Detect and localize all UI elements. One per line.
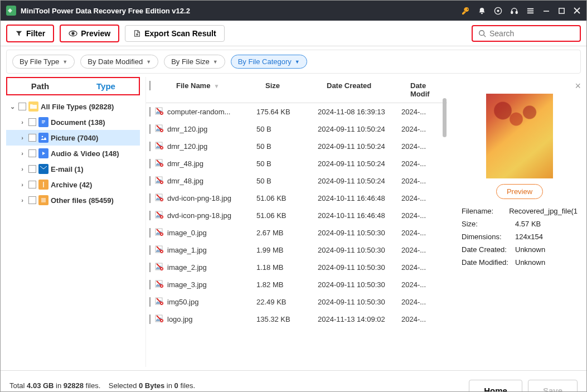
col-header-created[interactable]: Date Created [327,81,410,98]
row-checkbox[interactable] [149,159,151,168]
chip-date-modified[interactable]: By Date Modified▼ [80,55,158,69]
table-row[interactable]: dmr_48.jpg50 B2024-09-11 10:50:242024-..… [146,155,447,172]
row-checkbox[interactable] [149,245,151,255]
checkbox[interactable] [28,149,36,157]
chip-file-size[interactable]: By File Size▼ [164,55,225,69]
archive-icon [38,180,48,190]
tab-type[interactable]: Type [73,78,139,94]
table-row[interactable]: img50.jpg22.49 KB2024-09-11 10:50:302024… [146,293,447,311]
checkbox[interactable] [28,181,36,188]
table-row[interactable]: dmr_48.jpg50 B2024-09-11 10:50:242024-..… [146,172,447,190]
cell-size: 22.49 KB [256,298,318,306]
export-button[interactable]: Export Scan Result [125,25,224,42]
table-row[interactable]: dmr_120.jpg50 B2024-09-11 10:50:242024-.… [146,138,447,155]
tree-document[interactable]: › Document (138) [6,114,140,130]
col-header-name[interactable]: File Name▼ [176,81,265,98]
tree-audio-video[interactable]: › Audio & Video (148) [6,146,140,161]
close-preview-icon[interactable]: × [575,80,581,92]
expand-icon[interactable]: › [18,119,26,125]
table-row[interactable]: dvd-icon-png-18.jpg51.06 KB2024-10-11 16… [146,190,447,207]
scrollbar-thumb[interactable] [443,98,447,137]
table-row[interactable]: dvd-icon-png-18.jpg51.06 KB2024-10-11 16… [146,207,447,224]
cell-modified: 2024-... [401,194,435,202]
cell-name: dmr_48.jpg [167,177,256,185]
expand-icon[interactable]: › [18,181,26,188]
table-row[interactable]: image_2.jpg1.18 MB2024-09-11 10:50:30202… [146,259,447,276]
table-row[interactable]: image_3.jpg1.82 MB2024-09-11 10:50:30202… [146,276,447,293]
chip-file-category[interactable]: By File Category▼ [231,55,307,69]
search-box[interactable] [472,25,581,42]
tree-archive[interactable]: › Archive (42) [6,177,140,192]
row-checkbox[interactable] [149,263,151,272]
expand-icon[interactable]: › [18,197,26,204]
cell-size: 1.99 MB [256,246,318,254]
disc-icon[interactable] [494,7,502,15]
row-checkbox[interactable] [149,228,151,238]
row-checkbox[interactable] [149,124,151,134]
col-header-size[interactable]: Size [265,81,327,98]
home-button[interactable]: Home [469,380,522,392]
titlebar: MiniTool Power Data Recovery Free Editio… [1,1,586,21]
row-checkbox[interactable] [149,211,151,220]
table-header: File Name▼ Size Date Created Date Modif [146,77,447,103]
row-checkbox[interactable] [149,280,151,289]
row-checkbox[interactable] [149,107,151,117]
cell-created: 2024-10-11 16:46:48 [318,211,401,220]
tab-path[interactable]: Path [7,78,73,94]
meta-modified-value: Unknown [515,258,545,267]
cell-name: dmr_120.jpg [167,142,256,151]
broken-image-icon [155,158,164,167]
expand-icon[interactable]: › [18,166,26,172]
checkbox[interactable] [28,196,36,204]
row-checkbox[interactable] [149,314,151,324]
expand-icon[interactable]: › [18,150,26,157]
minimize-icon[interactable] [542,7,550,14]
checkbox[interactable] [28,118,36,126]
table-row[interactable]: image_1.jpg1.99 MB2024-09-11 10:50:30202… [146,241,447,259]
meta-filename-value: Recovered_jpg_file(1 [509,207,578,215]
chip-file-type[interactable]: By File Type▼ [12,55,75,69]
row-checkbox[interactable] [149,297,151,307]
cell-name: image_1.jpg [167,246,256,254]
cell-size: 50 B [256,177,318,185]
search-input[interactable] [489,29,574,38]
checkbox[interactable] [28,134,36,142]
cell-name: dvd-icon-png-18.jpg [167,194,256,202]
checkbox[interactable] [28,165,36,173]
file-type-tree[interactable]: ⌄ All File Types (92828) › Document (138… [6,95,140,367]
table-row[interactable]: logo.jpg135.32 KB2024-11-13 14:09:022024… [146,311,447,328]
headset-icon[interactable] [510,7,518,15]
close-icon[interactable] [573,7,581,14]
key-icon[interactable] [461,6,470,15]
row-checkbox[interactable] [149,193,151,203]
filter-button[interactable]: Filter [6,25,54,42]
collapse-icon[interactable]: ⌄ [8,103,16,110]
col-header-modified[interactable]: Date Modif [410,81,444,98]
table-row[interactable]: computer-random...175.64 KB2024-11-08 16… [146,103,447,120]
tree-picture[interactable]: › Picture (7040) [6,130,140,146]
cell-size: 2.67 MB [256,229,318,237]
meta-size-label: Size: [462,220,515,228]
select-all-checkbox[interactable] [149,81,151,90]
checkbox[interactable] [18,103,26,110]
maximize-icon[interactable] [558,7,565,14]
table-row[interactable]: dmr_120.jpg50 B2024-09-11 10:50:242024-.… [146,120,447,138]
row-checkbox[interactable] [149,142,151,151]
table-row[interactable]: image_0.jpg2.67 MB2024-09-11 10:50:30202… [146,224,447,241]
tree-other[interactable]: › Other files (85459) [6,192,140,208]
tree-root[interactable]: ⌄ All File Types (92828) [6,99,140,114]
table-body[interactable]: computer-random...175.64 KB2024-11-08 16… [146,103,447,367]
file-table: File Name▼ Size Date Created Date Modif … [145,77,447,367]
bell-icon[interactable] [478,7,486,15]
main-area: Path Type ⌄ All File Types (92828) › Doc… [1,77,586,367]
save-button[interactable]: Save [528,380,578,392]
menu-icon[interactable] [526,7,535,15]
row-checkbox[interactable] [149,176,151,186]
cell-created: 2024-10-11 16:46:48 [318,194,401,202]
cell-size: 51.06 KB [256,194,318,202]
expand-icon[interactable]: › [18,134,26,141]
svg-rect-19 [42,123,44,123]
preview-open-button[interactable]: Preview [496,184,543,199]
preview-button[interactable]: Preview [60,25,119,42]
tree-email[interactable]: › E-mail (1) [6,161,140,177]
